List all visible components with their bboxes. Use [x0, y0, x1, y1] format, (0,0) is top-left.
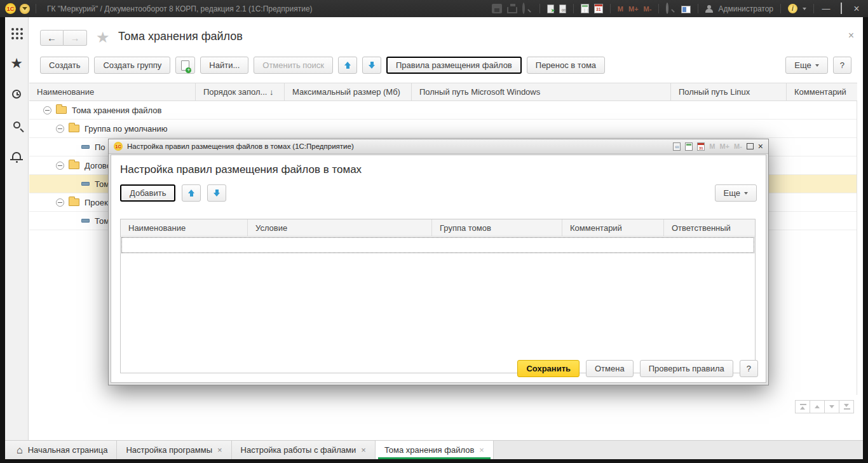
go-first-button[interactable] — [795, 400, 810, 413]
tab-close-icon[interactable]: × — [217, 445, 222, 455]
move-down-button[interactable] — [362, 57, 381, 74]
chevron-down-icon[interactable] — [803, 8, 806, 12]
column-header-comment[interactable]: Комментарий — [562, 219, 664, 236]
placement-rules-button[interactable]: Правила размещения файлов — [386, 57, 522, 74]
divider — [658, 4, 659, 13]
column-header-name[interactable]: Наименование — [121, 219, 248, 236]
print-icon[interactable] — [507, 7, 517, 13]
tab-program-settings[interactable]: Настройка программы × — [117, 441, 231, 459]
tab-close-icon[interactable]: × — [479, 445, 484, 455]
more-button[interactable]: Еще — [715, 184, 757, 202]
cancel-search-button[interactable]: Отменить поиск — [254, 57, 333, 74]
check-rules-button[interactable]: Проверить правила — [640, 360, 733, 377]
page-title: Тома хранения файлов — [118, 30, 243, 43]
panels-icon[interactable] — [681, 6, 691, 13]
create-new-item-icon-button[interactable] — [175, 57, 195, 74]
column-header-windows-path[interactable]: Полный путь Microsoft Windows — [412, 83, 671, 100]
tab-file-settings[interactable]: Настройка работы с файлами × — [232, 441, 376, 459]
column-header-volume-group[interactable]: Группа томов — [432, 219, 562, 236]
current-user-label[interactable]: Администратор — [718, 4, 773, 13]
history-nav: ← → — [40, 30, 87, 46]
get-link-icon[interactable] — [673, 142, 681, 151]
dialog-footer: Сохранить Отмена Проверить правила ? — [517, 360, 758, 377]
search-icon[interactable] — [10, 118, 24, 132]
move-up-button[interactable] — [338, 57, 357, 74]
add-button[interactable]: Добавить — [120, 184, 175, 202]
cancel-button[interactable]: Отмена — [586, 360, 634, 377]
history-icon[interactable] — [10, 87, 24, 101]
collapse-icon[interactable] — [56, 125, 64, 133]
column-header-responsible[interactable]: Ответственный — [664, 219, 755, 236]
tab-storage-volumes[interactable]: Тома хранения файлов × — [376, 441, 494, 459]
collapse-icon[interactable] — [56, 162, 64, 170]
move-up-button[interactable] — [182, 184, 201, 202]
dialog-toolbar-right: Еще — [715, 184, 757, 202]
get-link-icon[interactable] — [559, 4, 566, 13]
main-menu-button[interactable] — [20, 4, 30, 14]
create-button[interactable]: Создать — [40, 57, 89, 74]
memory-m-minus-button[interactable]: M- — [644, 5, 652, 13]
help-button[interactable]: ? — [740, 360, 758, 377]
close-button[interactable]: × — [851, 3, 862, 15]
move-down-button[interactable] — [207, 184, 226, 202]
maximize-button[interactable] — [836, 4, 846, 13]
document-plus-icon — [181, 60, 189, 71]
volume-icon — [81, 182, 90, 186]
help-button[interactable]: ? — [833, 57, 851, 74]
go-last-button[interactable] — [839, 400, 854, 413]
go-next-button[interactable] — [824, 400, 839, 413]
save-icon[interactable] — [492, 4, 502, 13]
column-header-comment[interactable]: Комментарий — [787, 83, 853, 100]
zoom-icon[interactable] — [666, 3, 668, 14]
tab-label: Настройка программы — [126, 445, 212, 455]
tab-home[interactable]: ⌂ Начальная страница — [5, 441, 117, 459]
form-close-icon[interactable]: × — [848, 32, 854, 39]
back-button[interactable]: ← — [40, 30, 64, 46]
memory-m-plus-button[interactable]: M+ — [628, 5, 639, 13]
sidebar: ★ — [5, 17, 29, 440]
minimize-button[interactable]: — — [821, 4, 831, 13]
create-group-button[interactable]: Создать группу — [94, 57, 170, 74]
find-button[interactable]: Найти... — [200, 57, 248, 74]
print-preview-icon[interactable] — [522, 3, 525, 14]
column-header-max-size[interactable]: Максимальный размер (Мб) — [285, 83, 412, 100]
notifications-icon[interactable] — [10, 148, 24, 162]
go-to-link-icon[interactable] — [547, 4, 554, 13]
sections-menu-icon[interactable] — [10, 26, 24, 40]
folder-icon — [56, 106, 67, 114]
calculator-icon[interactable] — [685, 142, 693, 151]
forward-button[interactable]: → — [64, 30, 87, 46]
app-logo-icon: 1С — [5, 3, 16, 14]
tree-row-root[interactable]: Тома хранения файлов — [29, 101, 857, 120]
move-to-volumes-button[interactable]: Перенос в тома — [527, 57, 605, 74]
more-button[interactable]: Еще — [785, 57, 827, 74]
volume-icon — [81, 145, 90, 149]
column-header-linux-path[interactable]: Полный путь Linux — [671, 83, 787, 100]
info-icon[interactable]: i — [788, 4, 797, 13]
calculator-icon[interactable] — [581, 4, 589, 13]
arrow-down-icon — [369, 62, 375, 69]
rules-empty-row[interactable] — [121, 237, 754, 253]
tab-close-icon[interactable]: × — [361, 445, 366, 455]
dialog-close-button[interactable]: × — [758, 143, 763, 149]
calendar-icon[interactable]: 31 — [594, 4, 603, 13]
calendar-icon[interactable]: 31 — [697, 142, 705, 151]
column-header-fill-order[interactable]: Порядок запол... ↓ — [196, 83, 285, 100]
favorite-star-icon[interactable]: ★ — [96, 29, 110, 46]
rules-table[interactable]: Наименование Условие Группа томов Коммен… — [120, 219, 756, 373]
save-button[interactable]: Сохранить — [517, 360, 580, 377]
tree-row-default-group[interactable]: Группа по умолчанию — [29, 120, 857, 138]
go-prev-button[interactable] — [810, 400, 825, 413]
user-icon — [705, 5, 713, 13]
titlebar-actions: 31 M M+ M- Администратор i — × — [492, 3, 868, 15]
memory-m-button[interactable]: M — [618, 5, 623, 13]
dialog-maximize-button[interactable] — [747, 143, 754, 149]
collapse-icon[interactable] — [43, 106, 51, 114]
collapse-icon[interactable] — [56, 198, 64, 207]
column-header-condition[interactable]: Условие — [248, 219, 432, 236]
column-header-name[interactable]: Наименование — [29, 83, 196, 100]
sort-desc-icon: ↓ — [269, 87, 274, 97]
folder-icon — [69, 125, 79, 132]
favorites-icon[interactable]: ★ — [10, 57, 24, 71]
form-toolbar: Создать Создать группу Найти... Отменить… — [40, 57, 605, 74]
